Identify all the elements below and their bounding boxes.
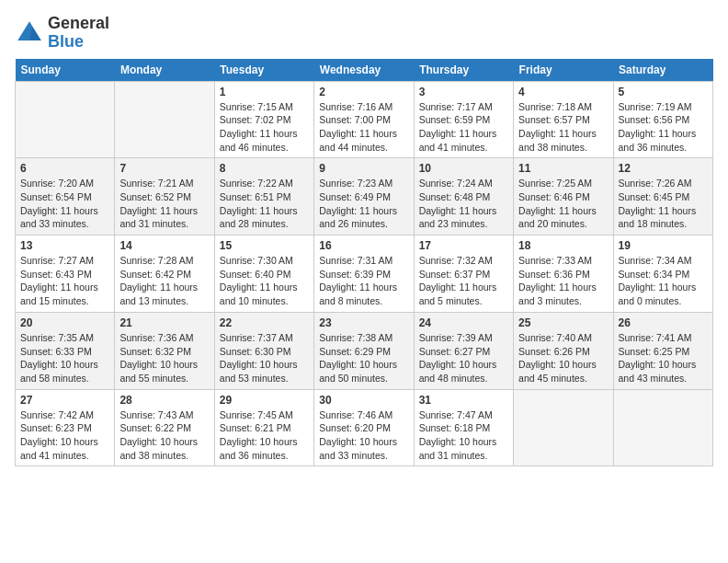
calendar-cell: 21Sunrise: 7:36 AM Sunset: 6:32 PM Dayli…: [115, 312, 214, 389]
calendar-cell: [16, 81, 115, 158]
calendar-cell: [115, 81, 214, 158]
day-number: 5: [619, 86, 708, 98]
day-info: Sunrise: 7:31 AM Sunset: 6:39 PM Dayligh…: [319, 254, 408, 308]
day-number: 1: [220, 86, 309, 98]
calendar-cell: 5Sunrise: 7:19 AM Sunset: 6:56 PM Daylig…: [613, 81, 712, 158]
week-row-2: 6Sunrise: 7:20 AM Sunset: 6:54 PM Daylig…: [16, 158, 713, 236]
day-number: 11: [518, 162, 608, 175]
day-number: 13: [20, 239, 109, 252]
day-number: 6: [20, 162, 109, 175]
header-tuesday: Tuesday: [214, 59, 313, 82]
day-info: Sunrise: 7:41 AM Sunset: 6:25 PM Dayligh…: [619, 331, 708, 385]
day-number: 24: [419, 316, 508, 329]
calendar-cell: 25Sunrise: 7:40 AM Sunset: 6:26 PM Dayli…: [514, 312, 613, 389]
day-info: Sunrise: 7:19 AM Sunset: 6:56 PM Dayligh…: [619, 100, 708, 155]
calendar-cell: [613, 389, 712, 466]
page-header: General Blue: [15, 15, 713, 52]
calendar-cell: 7Sunrise: 7:21 AM Sunset: 6:52 PM Daylig…: [115, 158, 214, 236]
calendar-cell: 3Sunrise: 7:17 AM Sunset: 6:59 PM Daylig…: [414, 81, 513, 158]
calendar-cell: 26Sunrise: 7:41 AM Sunset: 6:25 PM Dayli…: [613, 312, 712, 389]
day-info: Sunrise: 7:40 AM Sunset: 6:26 PM Dayligh…: [518, 331, 608, 385]
week-row-5: 27Sunrise: 7:42 AM Sunset: 6:23 PM Dayli…: [16, 389, 713, 466]
day-number: 29: [220, 394, 309, 407]
day-info: Sunrise: 7:28 AM Sunset: 6:42 PM Dayligh…: [119, 254, 209, 308]
day-number: 28: [119, 394, 209, 407]
calendar-cell: 31Sunrise: 7:47 AM Sunset: 6:18 PM Dayli…: [414, 389, 513, 466]
calendar-cell: 11Sunrise: 7:25 AM Sunset: 6:46 PM Dayli…: [514, 158, 613, 236]
header-thursday: Thursday: [414, 59, 513, 82]
header-wednesday: Wednesday: [314, 59, 414, 82]
week-row-1: 1Sunrise: 7:15 AM Sunset: 7:02 PM Daylig…: [16, 81, 713, 158]
day-info: Sunrise: 7:17 AM Sunset: 6:59 PM Dayligh…: [419, 100, 508, 155]
calendar-cell: 1Sunrise: 7:15 AM Sunset: 7:02 PM Daylig…: [214, 81, 313, 158]
calendar-cell: 14Sunrise: 7:28 AM Sunset: 6:42 PM Dayli…: [115, 236, 214, 313]
calendar-cell: 10Sunrise: 7:24 AM Sunset: 6:48 PM Dayli…: [414, 158, 513, 236]
day-info: Sunrise: 7:45 AM Sunset: 6:21 PM Dayligh…: [220, 408, 309, 463]
day-info: Sunrise: 7:36 AM Sunset: 6:32 PM Dayligh…: [119, 331, 209, 385]
day-number: 18: [518, 239, 608, 252]
day-number: 12: [619, 162, 708, 175]
calendar-cell: 23Sunrise: 7:38 AM Sunset: 6:29 PM Dayli…: [314, 312, 414, 389]
logo: General Blue: [15, 15, 109, 52]
calendar-cell: 8Sunrise: 7:22 AM Sunset: 6:51 PM Daylig…: [214, 158, 313, 236]
day-number: 16: [319, 239, 408, 252]
calendar-cell: 9Sunrise: 7:23 AM Sunset: 6:49 PM Daylig…: [314, 158, 414, 236]
day-info: Sunrise: 7:32 AM Sunset: 6:37 PM Dayligh…: [419, 254, 508, 308]
day-info: Sunrise: 7:15 AM Sunset: 7:02 PM Dayligh…: [220, 100, 309, 155]
day-number: 26: [619, 316, 708, 329]
day-number: 23: [319, 316, 408, 329]
day-number: 19: [619, 239, 708, 252]
day-number: 20: [20, 316, 109, 329]
logo-icon: [15, 18, 44, 48]
day-number: 27: [20, 394, 109, 407]
header-monday: Monday: [115, 59, 214, 82]
day-info: Sunrise: 7:47 AM Sunset: 6:18 PM Dayligh…: [419, 408, 508, 463]
day-number: 7: [119, 162, 209, 175]
calendar-cell: 24Sunrise: 7:39 AM Sunset: 6:27 PM Dayli…: [414, 312, 513, 389]
day-number: 15: [220, 239, 309, 252]
calendar-cell: 19Sunrise: 7:34 AM Sunset: 6:34 PM Dayli…: [613, 236, 712, 313]
day-number: 2: [319, 86, 408, 98]
day-info: Sunrise: 7:42 AM Sunset: 6:23 PM Dayligh…: [20, 408, 109, 463]
day-info: Sunrise: 7:33 AM Sunset: 6:36 PM Dayligh…: [518, 254, 608, 308]
header-friday: Friday: [514, 59, 613, 82]
calendar-cell: 16Sunrise: 7:31 AM Sunset: 6:39 PM Dayli…: [314, 236, 414, 313]
day-info: Sunrise: 7:18 AM Sunset: 6:57 PM Dayligh…: [518, 100, 608, 155]
calendar-cell: 2Sunrise: 7:16 AM Sunset: 7:00 PM Daylig…: [314, 81, 414, 158]
day-number: 21: [119, 316, 209, 329]
header-row: SundayMondayTuesdayWednesdayThursdayFrid…: [16, 59, 713, 82]
calendar-cell: 28Sunrise: 7:43 AM Sunset: 6:22 PM Dayli…: [115, 389, 214, 466]
day-number: 30: [319, 394, 408, 407]
day-info: Sunrise: 7:43 AM Sunset: 6:22 PM Dayligh…: [119, 408, 209, 463]
calendar-cell: 29Sunrise: 7:45 AM Sunset: 6:21 PM Dayli…: [214, 389, 313, 466]
calendar-cell: 18Sunrise: 7:33 AM Sunset: 6:36 PM Dayli…: [514, 236, 613, 313]
day-info: Sunrise: 7:22 AM Sunset: 6:51 PM Dayligh…: [220, 177, 309, 231]
calendar-cell: 6Sunrise: 7:20 AM Sunset: 6:54 PM Daylig…: [16, 158, 115, 236]
day-number: 17: [419, 239, 508, 252]
header-sunday: Sunday: [16, 59, 115, 82]
day-info: Sunrise: 7:24 AM Sunset: 6:48 PM Dayligh…: [419, 177, 508, 231]
day-info: Sunrise: 7:30 AM Sunset: 6:40 PM Dayligh…: [220, 254, 309, 308]
day-info: Sunrise: 7:26 AM Sunset: 6:45 PM Dayligh…: [619, 177, 708, 231]
day-info: Sunrise: 7:37 AM Sunset: 6:30 PM Dayligh…: [220, 331, 309, 385]
day-number: 10: [419, 162, 508, 175]
day-info: Sunrise: 7:35 AM Sunset: 6:33 PM Dayligh…: [20, 331, 109, 385]
day-number: 4: [518, 86, 608, 98]
week-row-3: 13Sunrise: 7:27 AM Sunset: 6:43 PM Dayli…: [16, 236, 713, 313]
day-number: 31: [419, 394, 508, 407]
day-number: 22: [220, 316, 309, 329]
calendar-cell: 12Sunrise: 7:26 AM Sunset: 6:45 PM Dayli…: [613, 158, 712, 236]
day-number: 9: [319, 162, 408, 175]
day-number: 8: [220, 162, 309, 175]
calendar-cell: 27Sunrise: 7:42 AM Sunset: 6:23 PM Dayli…: [16, 389, 115, 466]
day-number: 14: [119, 239, 209, 252]
header-saturday: Saturday: [613, 59, 712, 82]
calendar-cell: 13Sunrise: 7:27 AM Sunset: 6:43 PM Dayli…: [16, 236, 115, 313]
calendar-cell: 20Sunrise: 7:35 AM Sunset: 6:33 PM Dayli…: [16, 312, 115, 389]
calendar-cell: 17Sunrise: 7:32 AM Sunset: 6:37 PM Dayli…: [414, 236, 513, 313]
logo-text: General Blue: [48, 15, 109, 52]
calendar-cell: 4Sunrise: 7:18 AM Sunset: 6:57 PM Daylig…: [514, 81, 613, 158]
day-info: Sunrise: 7:23 AM Sunset: 6:49 PM Dayligh…: [319, 177, 408, 231]
day-number: 25: [518, 316, 608, 329]
day-info: Sunrise: 7:34 AM Sunset: 6:34 PM Dayligh…: [619, 254, 708, 308]
